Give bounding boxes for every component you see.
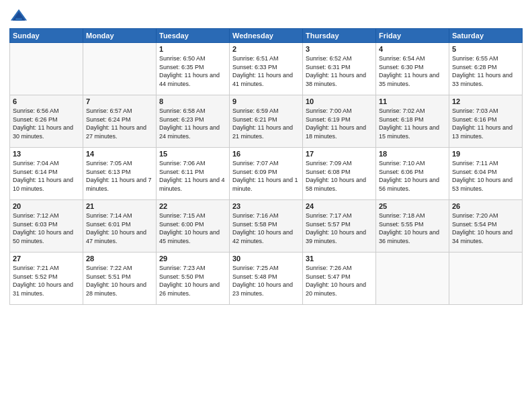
calendar-cell: 6Sunrise: 6:56 AM Sunset: 6:26 PM Daylig… [10,95,83,148]
cell-content: Sunrise: 6:52 AM Sunset: 6:31 PM Dayligh… [306,54,373,88]
calendar-cell: 19Sunrise: 7:11 AM Sunset: 6:04 PM Dayli… [449,148,523,200]
cell-content: Sunrise: 7:06 AM Sunset: 6:11 PM Dayligh… [159,159,226,193]
cell-content: Sunrise: 7:21 AM Sunset: 5:52 PM Dayligh… [13,264,80,298]
day-number: 12 [452,97,519,105]
day-number: 8 [159,97,226,105]
calendar-cell: 4Sunrise: 6:54 AM Sunset: 6:30 PM Daylig… [376,43,449,95]
header-row [9,7,523,26]
cell-content: Sunrise: 6:50 AM Sunset: 6:35 PM Dayligh… [159,54,226,88]
calendar-week: 6Sunrise: 6:56 AM Sunset: 6:26 PM Daylig… [10,95,523,148]
day-number: 27 [13,255,80,263]
cell-content: Sunrise: 7:11 AM Sunset: 6:04 PM Dayligh… [452,159,519,193]
cell-content: Sunrise: 7:22 AM Sunset: 5:51 PM Dayligh… [86,264,153,298]
cell-content: Sunrise: 7:03 AM Sunset: 6:16 PM Dayligh… [452,107,519,140]
main-container: SundayMondayTuesdayWednesdayThursdayFrid… [0,0,532,309]
calendar-cell: 7Sunrise: 6:57 AM Sunset: 6:24 PM Daylig… [83,95,157,148]
cell-content: Sunrise: 7:00 AM Sunset: 6:19 PM Dayligh… [306,107,373,140]
calendar-cell: 25Sunrise: 7:18 AM Sunset: 5:55 PM Dayli… [376,200,449,253]
day-number: 1 [159,45,226,53]
cell-content: Sunrise: 7:26 AM Sunset: 5:47 PM Dayligh… [306,264,373,298]
day-number: 9 [232,97,300,105]
header-day: Friday [376,29,449,43]
cell-content: Sunrise: 6:59 AM Sunset: 6:21 PM Dayligh… [232,107,300,140]
calendar-header: SundayMondayTuesdayWednesdayThursdayFrid… [10,29,523,43]
calendar-cell: 23Sunrise: 7:16 AM Sunset: 5:58 PM Dayli… [230,200,303,253]
calendar-week: 13Sunrise: 7:04 AM Sunset: 6:14 PM Dayli… [10,148,523,200]
day-number: 31 [306,255,373,263]
header-day: Saturday [449,29,523,43]
calendar-cell: 24Sunrise: 7:17 AM Sunset: 5:57 PM Dayli… [303,200,376,253]
day-number: 5 [452,45,519,53]
cell-content: Sunrise: 7:09 AM Sunset: 6:08 PM Dayligh… [306,159,373,193]
day-number: 22 [159,202,226,210]
calendar-cell: 15Sunrise: 7:06 AM Sunset: 6:11 PM Dayli… [157,148,230,200]
calendar-cell: 1Sunrise: 6:50 AM Sunset: 6:35 PM Daylig… [157,43,230,95]
day-number: 28 [86,255,153,263]
cell-content: Sunrise: 6:54 AM Sunset: 6:30 PM Dayligh… [379,54,446,88]
header-row-days: SundayMondayTuesdayWednesdayThursdayFrid… [10,29,523,43]
logo-icon [9,7,28,26]
day-number: 4 [379,45,446,53]
calendar-cell: 10Sunrise: 7:00 AM Sunset: 6:19 PM Dayli… [303,95,376,148]
calendar-cell [83,43,157,95]
header-day: Monday [83,29,157,43]
cell-content: Sunrise: 7:05 AM Sunset: 6:13 PM Dayligh… [86,159,153,193]
cell-content: Sunrise: 7:18 AM Sunset: 5:55 PM Dayligh… [379,212,446,245]
calendar-cell [376,253,449,305]
day-number: 14 [86,150,153,158]
calendar-cell: 8Sunrise: 6:58 AM Sunset: 6:23 PM Daylig… [157,95,230,148]
day-number: 18 [379,150,446,158]
calendar-body: 1Sunrise: 6:50 AM Sunset: 6:35 PM Daylig… [10,43,523,305]
calendar-cell: 16Sunrise: 7:07 AM Sunset: 6:09 PM Dayli… [230,148,303,200]
calendar-cell: 22Sunrise: 7:15 AM Sunset: 6:00 PM Dayli… [157,200,230,253]
calendar-cell: 31Sunrise: 7:26 AM Sunset: 5:47 PM Dayli… [303,253,376,305]
calendar-cell: 30Sunrise: 7:25 AM Sunset: 5:48 PM Dayli… [230,253,303,305]
calendar-cell: 13Sunrise: 7:04 AM Sunset: 6:14 PM Dayli… [10,148,83,200]
cell-content: Sunrise: 6:58 AM Sunset: 6:23 PM Dayligh… [159,107,226,140]
day-number: 26 [452,202,519,210]
cell-content: Sunrise: 7:23 AM Sunset: 5:50 PM Dayligh… [159,264,226,298]
header-day: Wednesday [230,29,303,43]
day-number: 19 [452,150,519,158]
calendar-cell [10,43,83,95]
cell-content: Sunrise: 7:25 AM Sunset: 5:48 PM Dayligh… [232,264,300,298]
cell-content: Sunrise: 7:10 AM Sunset: 6:06 PM Dayligh… [379,159,446,193]
day-number: 24 [306,202,373,210]
day-number: 30 [232,255,300,263]
calendar-cell: 26Sunrise: 7:20 AM Sunset: 5:54 PM Dayli… [449,200,523,253]
calendar-cell: 11Sunrise: 7:02 AM Sunset: 6:18 PM Dayli… [376,95,449,148]
day-number: 29 [159,255,226,263]
cell-content: Sunrise: 7:15 AM Sunset: 6:00 PM Dayligh… [159,212,226,245]
header-day: Tuesday [157,29,230,43]
cell-content: Sunrise: 7:04 AM Sunset: 6:14 PM Dayligh… [13,159,80,193]
day-number: 7 [86,97,153,105]
day-number: 3 [306,45,373,53]
cell-content: Sunrise: 7:14 AM Sunset: 6:01 PM Dayligh… [86,212,153,245]
cell-content: Sunrise: 6:57 AM Sunset: 6:24 PM Dayligh… [86,107,153,140]
day-number: 25 [379,202,446,210]
cell-content: Sunrise: 6:56 AM Sunset: 6:26 PM Dayligh… [13,107,80,140]
calendar-cell: 17Sunrise: 7:09 AM Sunset: 6:08 PM Dayli… [303,148,376,200]
calendar-cell: 28Sunrise: 7:22 AM Sunset: 5:51 PM Dayli… [83,253,157,305]
cell-content: Sunrise: 7:16 AM Sunset: 5:58 PM Dayligh… [232,212,300,245]
day-number: 21 [86,202,153,210]
cell-content: Sunrise: 7:12 AM Sunset: 6:03 PM Dayligh… [13,212,80,245]
calendar-cell: 21Sunrise: 7:14 AM Sunset: 6:01 PM Dayli… [83,200,157,253]
day-number: 16 [232,150,300,158]
svg-rect-2 [15,18,21,21]
calendar-cell: 3Sunrise: 6:52 AM Sunset: 6:31 PM Daylig… [303,43,376,95]
calendar-cell: 14Sunrise: 7:05 AM Sunset: 6:13 PM Dayli… [83,148,157,200]
day-number: 2 [232,45,300,53]
calendar-week: 27Sunrise: 7:21 AM Sunset: 5:52 PM Dayli… [10,253,523,305]
calendar-week: 1Sunrise: 6:50 AM Sunset: 6:35 PM Daylig… [10,43,523,95]
cell-content: Sunrise: 6:55 AM Sunset: 6:28 PM Dayligh… [452,54,519,88]
calendar-cell [449,253,523,305]
cell-content: Sunrise: 7:07 AM Sunset: 6:09 PM Dayligh… [232,159,300,193]
day-number: 15 [159,150,226,158]
calendar-cell: 27Sunrise: 7:21 AM Sunset: 5:52 PM Dayli… [10,253,83,305]
calendar-cell: 20Sunrise: 7:12 AM Sunset: 6:03 PM Dayli… [10,200,83,253]
calendar-cell: 5Sunrise: 6:55 AM Sunset: 6:28 PM Daylig… [449,43,523,95]
calendar-week: 20Sunrise: 7:12 AM Sunset: 6:03 PM Dayli… [10,200,523,253]
header-day: Thursday [303,29,376,43]
day-number: 23 [232,202,300,210]
